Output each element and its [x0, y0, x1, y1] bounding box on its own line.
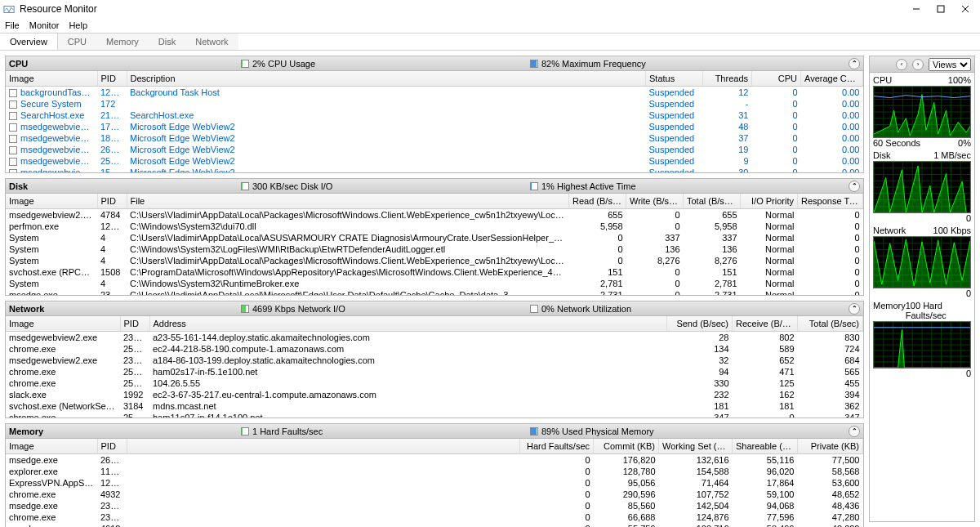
table-row[interactable]: msedge.exe23424085,560142,50494,06848,43…: [6, 500, 863, 511]
graphs-panel: ‹ › Views CPU100% 60 Seconds0% Disk1 MB/…: [869, 56, 975, 522]
table-row[interactable]: msedge.exe4612055,756100,71658,49642,220: [6, 523, 863, 528]
table-row[interactable]: msedge.exe23720C:\Users\Vladimir\AppData…: [6, 289, 863, 296]
tab-memory[interactable]: Memory: [96, 33, 149, 50]
memory-table: Image PID Hard Faults/sec Commit (KB) Wo…: [6, 439, 863, 527]
table-row[interactable]: System4C:\Users\Vladimir\AppData\Local\A…: [6, 232, 863, 243]
row-checkbox[interactable]: [9, 100, 17, 109]
disk-panel-header[interactable]: Disk 300 KB/sec Disk I/O 1% Highest Acti…: [6, 179, 863, 194]
row-checkbox[interactable]: [9, 135, 17, 143]
svg-rect-2: [938, 6, 944, 12]
col-file[interactable]: File: [127, 194, 569, 208]
table-row[interactable]: chrome.exe25688ham11s07-in-f14.1e100.net…: [6, 412, 863, 418]
col-desc[interactable]: Description: [127, 71, 646, 86]
mem-hf-icon: [241, 427, 249, 435]
table-row[interactable]: msedgewebview2.exe25464Microsoft Edge We…: [6, 155, 863, 167]
table-row[interactable]: slack.exe1992ec2-3-67-35-217.eu-central-…: [6, 389, 863, 400]
graph-disk-x1: 0: [966, 213, 971, 223]
col-resp[interactable]: Response Tim...: [798, 194, 863, 208]
table-row[interactable]: msedgewebview2.exe26348Microsoft Edge We…: [6, 144, 863, 155]
col-send[interactable]: Send (B/sec): [667, 316, 733, 331]
col-pid[interactable]: PID: [97, 194, 127, 208]
col-recv[interactable]: Receive (B/sec): [733, 316, 798, 331]
table-row[interactable]: msedgewebview2.exe4784C:\Users\Vladimir\…: [6, 208, 863, 221]
tab-network[interactable]: Network: [185, 33, 238, 50]
cpu-panel-header[interactable]: CPU 2% CPU Usage 82% Maximum Frequency ⌃: [6, 56, 863, 71]
col-commit[interactable]: Commit (KB): [594, 439, 659, 453]
table-row[interactable]: System4C:\Windows\System32\LogFiles\WMI\…: [6, 243, 863, 255]
table-row[interactable]: chrome.exe49320290,596107,75259,10048,65…: [6, 489, 863, 500]
menu-help[interactable]: Help: [69, 20, 87, 30]
col-status[interactable]: Status: [646, 71, 703, 86]
table-row[interactable]: perfmon.exe12900C:\Windows\System32\dui7…: [6, 221, 863, 232]
row-checkbox[interactable]: [9, 112, 17, 120]
collapse-icon[interactable]: ⌃: [849, 426, 860, 437]
table-row[interactable]: msedgewebview2.exe23772a184-86-103-199.d…: [6, 355, 863, 366]
cpu-freq-label: 82% Maximum Frequency: [541, 59, 646, 69]
col-pid[interactable]: PID: [97, 439, 127, 453]
collapse-icon[interactable]: ⌃: [849, 181, 860, 192]
window-title: Resource Monitor: [20, 3, 911, 15]
table-row[interactable]: msedgewebview2.exe15540Microsoft Edge We…: [6, 167, 863, 172]
table-row[interactable]: SearchHost.exe21380SearchHost.exeSuspend…: [6, 109, 863, 121]
col-pid[interactable]: PID: [97, 71, 127, 86]
col-ws[interactable]: Working Set (KB): [659, 439, 733, 453]
maximize-button[interactable]: [936, 4, 946, 14]
col-pid[interactable]: PID: [120, 316, 149, 331]
table-row[interactable]: msedge.exe263920176,820132,61655,11677,5…: [6, 453, 863, 466]
row-checkbox[interactable]: [9, 146, 17, 154]
collapse-icon[interactable]: ⌃: [849, 303, 860, 315]
col-total[interactable]: Total (B/sec): [684, 194, 741, 208]
graph-net-max: 100 Kbps: [933, 226, 971, 235]
table-row[interactable]: msedgewebview2.exe23772a23-55-161-144.de…: [6, 331, 863, 343]
table-row[interactable]: chrome.exe25688104.26.5.55330125455: [6, 377, 863, 389]
table-row[interactable]: System4C:\Users\Vladimir\AppData\Local\P…: [6, 255, 863, 266]
graph-next-icon[interactable]: ›: [912, 59, 924, 70]
table-row[interactable]: svchost.exe (RPCSS -p)1508C:\ProgramData…: [6, 266, 863, 278]
table-row[interactable]: backgroundTaskHost.exe12224Background Ta…: [6, 86, 863, 98]
table-row[interactable]: Secure System172Suspended-00.00: [6, 98, 863, 109]
col-avg[interactable]: Average CPU: [801, 71, 863, 86]
table-row[interactable]: chrome.exe25688ec2-44-218-58-190.compute…: [6, 343, 863, 355]
col-threads[interactable]: Threads: [703, 71, 752, 86]
tab-cpu[interactable]: CPU: [58, 33, 96, 50]
col-image[interactable]: Image: [6, 194, 97, 208]
col-prio[interactable]: I/O Priority: [741, 194, 798, 208]
table-row[interactable]: msedgewebview2.exe18848Microsoft Edge We…: [6, 132, 863, 144]
col-write[interactable]: Write (B/sec): [626, 194, 684, 208]
col-addr[interactable]: Address: [149, 316, 667, 331]
row-checkbox[interactable]: [9, 89, 17, 97]
col-read[interactable]: Read (B/sec): [569, 194, 626, 208]
collapse-icon[interactable]: ⌃: [849, 58, 860, 69]
tab-overview[interactable]: Overview: [0, 33, 58, 50]
close-button[interactable]: [960, 4, 970, 14]
col-image[interactable]: Image: [6, 316, 120, 331]
table-row[interactable]: chrome.exe23508066,688124,87677,59647,28…: [6, 511, 863, 523]
col-cpu[interactable]: CPU: [752, 71, 801, 86]
menu-file[interactable]: File: [5, 20, 20, 30]
tab-disk[interactable]: Disk: [149, 33, 185, 50]
cpu-usage-icon: [241, 60, 249, 68]
graph-cpu-x0: 60 Seconds: [873, 138, 920, 148]
views-dropdown[interactable]: Views: [929, 58, 971, 71]
col-hf[interactable]: Hard Faults/sec: [520, 439, 594, 453]
table-row[interactable]: System4C:\Windows\System32\RuntimeBroker…: [6, 278, 863, 289]
table-row[interactable]: explorer.exe113560128,780154,58896,02058…: [6, 466, 863, 477]
table-row[interactable]: msedgewebview2.exe17016Microsoft Edge We…: [6, 121, 863, 132]
row-checkbox[interactable]: [9, 169, 17, 172]
minimize-button[interactable]: [911, 4, 921, 14]
col-total[interactable]: Total (B/sec): [798, 316, 863, 331]
row-checkbox[interactable]: [9, 158, 17, 166]
col-image[interactable]: Image: [6, 439, 97, 453]
col-priv[interactable]: Private (KB): [798, 439, 863, 453]
network-panel-title: Network: [9, 304, 238, 314]
memory-panel-header[interactable]: Memory 1 Hard Faults/sec 89% Used Physic…: [6, 424, 863, 439]
table-row[interactable]: ExpressVPN.AppService.exe12536095,05671,…: [6, 477, 863, 489]
graph-prev-icon[interactable]: ‹: [896, 59, 907, 70]
menu-monitor[interactable]: Monitor: [29, 20, 60, 30]
network-panel-header[interactable]: Network 4699 Kbps Network I/O 0% Network…: [6, 301, 863, 316]
row-checkbox[interactable]: [9, 123, 17, 132]
col-image[interactable]: Image: [6, 71, 97, 86]
table-row[interactable]: chrome.exe25688ham02s17-in-f5.1e100.net9…: [6, 366, 863, 377]
col-share[interactable]: Shareable (KB): [733, 439, 798, 453]
table-row[interactable]: svchost.exe (NetworkService -p)3184mdns.…: [6, 400, 863, 412]
